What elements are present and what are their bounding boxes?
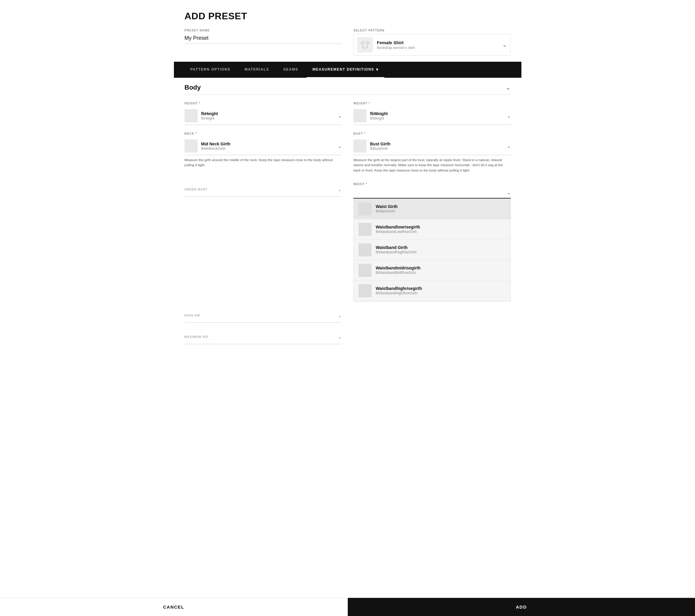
waist-required: *	[366, 183, 367, 186]
pattern-name: Female Shirt	[377, 40, 503, 45]
waist-option-4-info: Waistbandhighrisegirth fbWaistbandHighRi…	[376, 286, 422, 295]
waist-option-0-info: Waist Girth fbWaistGirth	[376, 204, 397, 213]
height-label: HEIGHT *	[185, 102, 342, 105]
maximum-hip-label: MAXIMUM HIP	[185, 335, 209, 339]
waist-option-1-id: fbWaistbandLowRiseGirth	[376, 230, 420, 234]
waist-option-3-info: Waistbandmidrisegirth fbWaistbandMidRise…	[376, 266, 421, 275]
page-title: ADD PRESET	[185, 11, 511, 22]
tab-seams[interactable]: SEAMS	[277, 62, 304, 78]
waist-option-1-thumbnail	[358, 223, 372, 236]
spacer-right	[353, 309, 511, 330]
waist-option-2-info: Waistband Girth fbWaistbandRegRiseGirth	[376, 245, 417, 254]
waist-option-1[interactable]: Waistbandlowrisegirth fbWaistbandLowRise…	[354, 219, 510, 240]
weight-id: fbWeight	[370, 116, 503, 120]
high-hip-chevron-icon: ⌄	[338, 313, 342, 319]
pattern-thumbnail	[357, 37, 373, 52]
waist-label: WAIST *	[353, 183, 511, 186]
weight-required: *	[369, 102, 370, 105]
bottom-bar: CANCEL ADD	[0, 598, 695, 616]
tab-pattern-options[interactable]: PATTERN OPTIONS	[185, 62, 237, 78]
page-header: ADD PRESET	[174, 0, 521, 29]
neck-chevron-icon: ⌄	[338, 143, 342, 149]
bust-description: Measure the girth at the largest part of…	[353, 157, 511, 175]
body-section-header: Body ⌄	[185, 78, 511, 95]
bust-chevron-icon: ⌄	[507, 143, 511, 149]
under-bust-selector[interactable]: UNDER BUST ⌄	[185, 183, 342, 197]
neck-label: NECK *	[185, 132, 342, 135]
waist-dropdown: Waist Girth fbWaistGirth Waistbandlowris…	[353, 199, 511, 302]
waist-option-4-id: fbWaistbandHighRiseGirth	[376, 291, 422, 295]
content-area: Body ⌄ HEIGHT * fbHeight fbHeight ⌄	[174, 78, 521, 351]
preset-name-column: PRESET NAME	[185, 29, 342, 56]
waist-option-3[interactable]: Waistbandmidrisegirth fbWaistbandMidRise…	[354, 260, 510, 281]
weight-chevron-icon: ⌄	[507, 113, 511, 119]
waist-option-2-name: Waistband Girth	[376, 245, 417, 250]
weight-info: fbWeight fbWeight	[370, 111, 503, 120]
height-selector[interactable]: fbHeight fbHeight ⌄	[185, 107, 342, 125]
high-hip-selector[interactable]: HIGH HIP ⌄	[185, 309, 342, 323]
high-hip-field: HIGH HIP ⌄	[185, 309, 342, 323]
neck-required: *	[196, 132, 197, 135]
pattern-info: Female Shirt Bootstrap women's shirt	[377, 40, 503, 50]
waist-option-1-info: Waistbandlowrisegirth fbWaistbandLowRise…	[376, 225, 420, 234]
height-required: *	[199, 102, 200, 105]
neck-selector[interactable]: Mid Neck Girth fbMidNeckGirth ⌄	[185, 137, 342, 155]
bust-thumbnail	[353, 139, 367, 153]
bust-id: fbBustGirth	[370, 147, 503, 151]
shirt-icon	[359, 39, 371, 50]
add-button[interactable]: ADD	[348, 598, 695, 616]
cancel-button[interactable]: CANCEL	[0, 598, 348, 616]
neck-id: fbMidNeckGirth	[201, 147, 335, 151]
bust-selector[interactable]: Bust Girth fbBustGirth ⌄	[353, 137, 511, 155]
height-info: fbHeight fbHeight	[201, 111, 335, 120]
pattern-chevron-icon: ⌄	[503, 41, 507, 48]
top-section: PRESET NAME SELECT PATTERN Female Shirt …	[174, 29, 521, 62]
waist-option-4[interactable]: Waistbandhighrisegirth fbWaistbandHighRi…	[354, 281, 510, 301]
neck-name: Mid Neck Girth	[201, 141, 335, 146]
tab-measurement-definitions[interactable]: MEASUREMENT DEFINITIONS ▾	[307, 62, 384, 78]
waist-field: WAIST * ⌄ Waist Girth fbWaistGirth	[353, 183, 511, 302]
waist-option-2-id: fbWaistbandRegRiseGirth	[376, 250, 417, 254]
bust-label: BUST *	[353, 132, 511, 135]
height-field: HEIGHT * fbHeight fbHeight ⌄	[185, 102, 342, 125]
neck-info: Mid Neck Girth fbMidNeckGirth	[201, 141, 335, 151]
waist-input-row[interactable]: ⌄	[353, 188, 511, 199]
tab-materials[interactable]: MATERIALS	[239, 62, 275, 78]
weight-selector[interactable]: fbWeight fbWeight ⌄	[353, 107, 511, 125]
waist-option-0-thumbnail	[358, 202, 372, 216]
body-section-title: Body	[185, 84, 201, 91]
waist-option-3-thumbnail	[358, 264, 372, 277]
waist-option-0[interactable]: Waist Girth fbWaistGirth	[354, 199, 510, 219]
neck-thumbnail	[185, 139, 198, 153]
bust-field: BUST * Bust Girth fbBustGirth ⌄ Measure …	[353, 132, 511, 175]
page-container: ADD PRESET PRESET NAME SELECT PATTERN Fe…	[174, 0, 521, 387]
preset-name-input[interactable]	[185, 34, 342, 44]
bust-info: Bust Girth fbBustGirth	[370, 141, 503, 151]
under-bust-chevron-icon: ⌄	[338, 187, 342, 192]
waist-option-4-thumbnail	[358, 284, 372, 297]
body-section-chevron-icon[interactable]: ⌄	[506, 84, 511, 91]
under-bust-field: UNDER BUST ⌄	[185, 183, 342, 302]
weight-thumbnail	[353, 109, 367, 122]
height-thumbnail	[185, 109, 198, 122]
waist-option-0-name: Waist Girth	[376, 204, 397, 209]
waist-option-2[interactable]: Waistband Girth fbWaistbandRegRiseGirth	[354, 240, 510, 260]
waist-option-3-name: Waistbandmidrisegirth	[376, 266, 421, 270]
maximum-hip-field: MAXIMUM HIP ⌄	[185, 330, 342, 344]
pattern-column: SELECT PATTERN Female Shirt Bootstrap wo…	[353, 29, 511, 56]
tab-chevron-icon: ▾	[376, 67, 379, 72]
pattern-selector[interactable]: Female Shirt Bootstrap women's shirt ⌄	[353, 34, 511, 56]
waist-option-4-name: Waistbandhighrisegirth	[376, 286, 422, 291]
height-name: fbHeight	[201, 111, 335, 116]
waist-search-input[interactable]	[353, 190, 507, 195]
pattern-subtitle: Bootstrap women's shirt	[377, 46, 503, 50]
weight-label: WEIGHT *	[353, 102, 511, 105]
bust-required: *	[364, 132, 366, 135]
select-pattern-label: SELECT PATTERN	[353, 29, 511, 32]
maximum-hip-chevron-icon: ⌄	[338, 334, 342, 340]
weight-field: WEIGHT * fbWeight fbWeight ⌄	[353, 102, 511, 125]
maximum-hip-selector[interactable]: MAXIMUM HIP ⌄	[185, 330, 342, 344]
bust-name: Bust Girth	[370, 141, 503, 146]
under-bust-label: UNDER BUST	[185, 188, 208, 191]
waist-chevron-icon: ⌄	[507, 190, 511, 195]
